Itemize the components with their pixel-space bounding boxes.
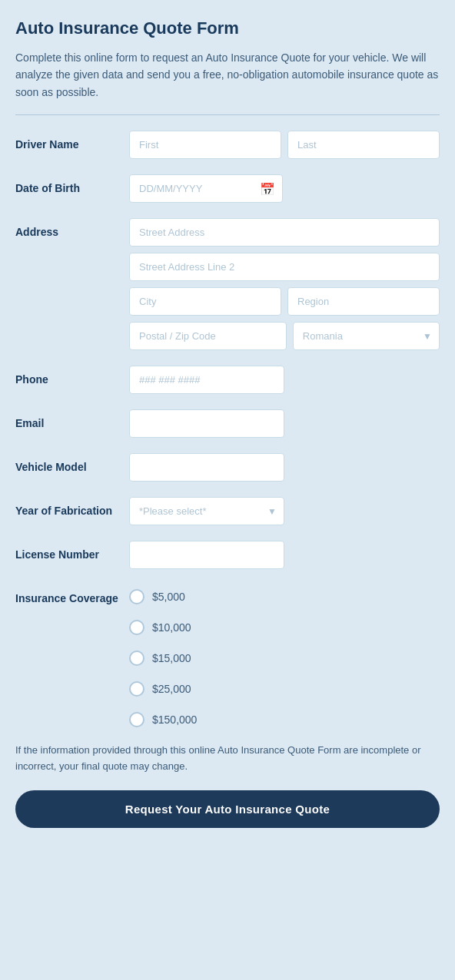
address-row: Address Romania United States United Kin… [15, 218, 440, 350]
dob-fields: 📅 [129, 174, 440, 203]
street-address2-input[interactable] [129, 253, 440, 281]
coverage-option-15000[interactable]: $15,000 [129, 651, 440, 666]
zip-input[interactable] [129, 322, 287, 350]
coverage-option-5000[interactable]: $5,000 [129, 589, 440, 604]
year-select-wrapper: *Please select* 2024 2023 2022 2021 2020… [129, 497, 284, 525]
disclaimer-text: If the information provided through this… [15, 743, 440, 775]
coverage-option-25000[interactable]: $25,000 [129, 681, 440, 697]
license-fields [129, 541, 440, 569]
coverage-label-25000: $25,000 [152, 683, 191, 695]
phone-fields [129, 366, 440, 394]
dob-row: Date of Birth 📅 [15, 174, 440, 203]
name-inputs-row [129, 131, 440, 159]
section-divider [15, 114, 440, 115]
year-select[interactable]: *Please select* 2024 2023 2022 2021 2020… [129, 497, 284, 525]
insurance-label: Insurance Coverage [15, 584, 129, 604]
page-description: Complete this online form to request an … [15, 49, 440, 101]
coverage-label-15000: $15,000 [152, 652, 191, 664]
coverage-radio-25000[interactable] [129, 681, 144, 697]
coverage-option-10000[interactable]: $10,000 [129, 620, 440, 635]
phone-input[interactable] [129, 366, 284, 394]
dob-label: Date of Birth [15, 174, 129, 194]
email-fields [129, 409, 440, 438]
phone-row: Phone [15, 366, 440, 394]
city-region-row [129, 287, 440, 316]
year-fields: *Please select* 2024 2023 2022 2021 2020… [129, 497, 440, 525]
email-input[interactable] [129, 409, 284, 438]
city-input[interactable] [129, 287, 281, 316]
license-input[interactable] [129, 541, 284, 569]
address-label: Address [15, 218, 129, 238]
dob-input[interactable] [129, 174, 283, 203]
license-label: License Number [15, 541, 129, 561]
insurance-fields: $5,000 $10,000 $15,000 $25,000 $150,000 [129, 584, 440, 727]
phone-label: Phone [15, 366, 129, 386]
insurance-coverage-row: Insurance Coverage $5,000 $10,000 $15,00… [15, 584, 440, 727]
date-wrapper: 📅 [129, 174, 283, 203]
email-label: Email [15, 409, 129, 429]
email-row: Email [15, 409, 440, 438]
driver-name-fields [129, 131, 440, 159]
country-select-wrapper: Romania United States United Kingdom Fra… [293, 322, 440, 350]
year-label: Year of Fabrication [15, 497, 129, 517]
year-row: Year of Fabrication *Please select* 2024… [15, 497, 440, 525]
coverage-option-150000[interactable]: $150,000 [129, 712, 440, 727]
coverage-radio-5000[interactable] [129, 589, 144, 604]
page-title: Auto Insurance Quote Form [15, 18, 440, 38]
coverage-label-10000: $10,000 [152, 621, 191, 634]
country-select[interactable]: Romania United States United Kingdom Fra… [293, 322, 440, 350]
vehicle-model-row: Vehicle Model [15, 453, 440, 482]
first-name-input[interactable] [129, 131, 281, 159]
address-fields: Romania United States United Kingdom Fra… [129, 218, 440, 350]
region-input[interactable] [287, 287, 440, 316]
coverage-radio-150000[interactable] [129, 712, 144, 727]
coverage-radio-10000[interactable] [129, 620, 144, 635]
vehicle-model-input[interactable] [129, 453, 284, 482]
coverage-label-5000: $5,000 [152, 591, 185, 603]
vehicle-model-fields [129, 453, 440, 482]
license-row: License Number [15, 541, 440, 569]
vehicle-model-label: Vehicle Model [15, 453, 129, 473]
coverage-label-150000: $150,000 [152, 713, 197, 726]
driver-name-row: Driver Name [15, 131, 440, 159]
street-address-input[interactable] [129, 218, 440, 247]
coverage-radio-group: $5,000 $10,000 $15,000 $25,000 $150,000 [129, 584, 440, 727]
submit-button[interactable]: Request Your Auto Insurance Quote [15, 790, 440, 828]
coverage-radio-15000[interactable] [129, 651, 144, 666]
zip-country-row: Romania United States United Kingdom Fra… [129, 322, 440, 350]
driver-name-label: Driver Name [15, 131, 129, 151]
last-name-input[interactable] [287, 131, 440, 159]
